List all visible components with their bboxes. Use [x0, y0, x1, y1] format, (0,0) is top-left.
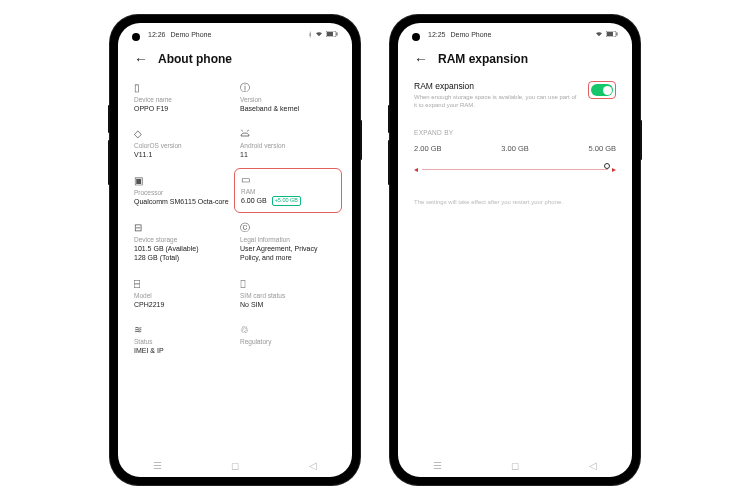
android-navbar: ☰ ◻ ◁ [398, 453, 632, 477]
status-time: 12:26 [148, 31, 166, 38]
ram-value: 6.00 GB [241, 197, 267, 204]
svg-line-4 [248, 130, 249, 132]
coloros-icon: ◇ [134, 129, 230, 139]
storage-icon: ⊟ [134, 223, 230, 233]
slider-knob-icon[interactable] [604, 163, 610, 169]
battery-icon [606, 31, 618, 38]
model-icon: ⌸ [134, 279, 230, 289]
arrow-left-icon: ◂ [414, 165, 418, 174]
bluetooth-icon: ᚼ [308, 31, 312, 38]
about-item-legal[interactable]: ⓒ Legal information User Agreement, Priv… [240, 217, 336, 267]
header: ← About phone [118, 45, 352, 77]
expand-by-label: EXPAND BY [414, 129, 616, 136]
expand-option[interactable]: 5.00 GB [588, 144, 616, 153]
svg-rect-1 [337, 32, 338, 35]
cpu-icon: ▣ [134, 176, 230, 186]
nav-recent-icon[interactable]: ☰ [153, 460, 162, 471]
ram-toggle-highlight [588, 81, 616, 99]
back-arrow-icon[interactable]: ← [134, 51, 148, 67]
ram-expansion-title: RAM expansion [414, 81, 578, 91]
android-navbar: ☰ ◻ ◁ [118, 453, 352, 477]
status-time: 12:25 [428, 31, 446, 38]
wifi-icon [595, 31, 603, 38]
legal-icon: ⓒ [240, 223, 336, 233]
ram-expansion-toggle[interactable] [591, 84, 613, 96]
camera-hole-icon [132, 33, 140, 41]
about-item-sim[interactable]: ⌷ SIM card status No SIM [240, 273, 336, 313]
expand-options: 2.00 GB 3.00 GB 5.00 GB [414, 144, 616, 153]
svg-rect-6 [617, 32, 618, 35]
nav-home-icon[interactable]: ◻ [231, 460, 239, 471]
nav-back-icon[interactable]: ◁ [309, 460, 317, 471]
regulatory-icon: ♲ [240, 325, 336, 335]
expand-option[interactable]: 2.00 GB [414, 144, 442, 153]
info-icon: ⓘ [240, 83, 336, 93]
camera-hole-icon [412, 33, 420, 41]
status-label: Demo Phone [451, 31, 492, 38]
about-item-device-name[interactable]: ▯ Device name OPPO F19 [134, 77, 230, 117]
about-item-processor[interactable]: ▣ Processor Qualcomm SM6115 Octa-core [134, 170, 230, 211]
page-title: RAM expansion [438, 52, 528, 66]
about-item-storage[interactable]: ⊟ Device storage 101.5 GB (Available) 12… [134, 217, 230, 267]
nav-home-icon[interactable]: ◻ [511, 460, 519, 471]
header: ← RAM expansion [398, 45, 632, 77]
back-arrow-icon[interactable]: ← [414, 51, 428, 67]
status-label: Demo Phone [171, 31, 212, 38]
ram-expansion-row: RAM expansion When enough storage space … [414, 77, 616, 123]
phone-right: 12:25 Demo Phone ← RAM expansion RAM exp… [390, 15, 640, 485]
statusbar: 12:25 Demo Phone [398, 23, 632, 45]
about-item-coloros[interactable]: ◇ ColorOS version V11.1 [134, 123, 230, 163]
restart-note: The settings will take effect after you … [414, 199, 616, 205]
nav-recent-icon[interactable]: ☰ [433, 460, 442, 471]
about-item-regulatory[interactable]: ♲ Regulatory [240, 319, 336, 359]
about-item-status[interactable]: ≋ Status IMEI & IP [134, 319, 230, 359]
expand-slider[interactable]: ◂ ▸ [414, 159, 616, 177]
sim-icon: ⌷ [240, 279, 336, 289]
about-item-version[interactable]: ⓘ Version Baseband & kernel [240, 77, 336, 117]
svg-line-3 [242, 130, 243, 132]
phone-left: 12:26 Demo Phone ᚼ ← About phone ▯ D [110, 15, 360, 485]
statusbar: 12:26 Demo Phone ᚼ [118, 23, 352, 45]
phone-icon: ▯ [134, 83, 230, 93]
wifi-icon [315, 31, 323, 38]
status-icon: ≋ [134, 325, 230, 335]
about-item-ram[interactable]: ▭ RAM 6.00 GB +5.00 GB [234, 168, 342, 213]
about-item-model[interactable]: ⌸ Model CPH2219 [134, 273, 230, 313]
svg-rect-7 [607, 32, 613, 36]
arrow-right-icon: ▸ [612, 165, 616, 174]
ram-expansion-desc: When enough storage space is available, … [414, 93, 578, 109]
ram-icon: ▭ [241, 175, 335, 185]
android-icon [240, 129, 336, 139]
page-title: About phone [158, 52, 232, 66]
battery-icon [326, 31, 338, 38]
ram-expansion-badge: +5.00 GB [272, 196, 301, 205]
expand-option[interactable]: 3.00 GB [501, 144, 529, 153]
svg-rect-2 [327, 32, 333, 36]
about-item-android[interactable]: Android version 11 [240, 123, 336, 163]
nav-back-icon[interactable]: ◁ [589, 460, 597, 471]
